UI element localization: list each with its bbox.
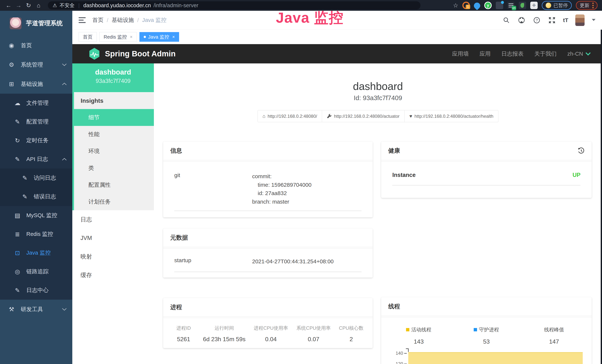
text-size-icon[interactable]: tT — [563, 17, 568, 23]
reload-icon[interactable]: ↻ — [24, 1, 33, 10]
tab-redis-monitor[interactable]: Redis 监控 × — [99, 32, 137, 42]
svg-text:?: ? — [536, 18, 538, 22]
daemon-threads-value: 53 — [452, 338, 520, 345]
back-icon[interactable]: ← — [4, 1, 13, 10]
bookmark-star-icon[interactable]: ☆ — [453, 2, 458, 9]
sba-item-scheduled-tasks[interactable]: 计划任务 — [74, 193, 154, 210]
sba-item-jvm[interactable]: JVM — [72, 229, 154, 247]
close-icon[interactable]: × — [172, 34, 175, 40]
paused-label: 已暂停 — [553, 2, 568, 9]
dashboard-icon: ◉ — [7, 42, 16, 49]
sidebar-item-error-log[interactable]: ✎ 错误日志 — [0, 187, 72, 206]
extension-grid-icon[interactable] — [496, 2, 503, 9]
actuator-url-button[interactable]: http://192.168.0.2:48080/actuator — [322, 110, 405, 122]
y-axis: 140 120 100 — [393, 351, 408, 364]
legend-live-threads[interactable]: 活动线程 — [385, 326, 452, 333]
sidebar-item-files[interactable]: ☁ 文件管理 — [0, 94, 72, 112]
instance-id: 93a3fc7f7409 — [72, 78, 154, 84]
sba-nav-journal[interactable]: 日志报表 — [501, 50, 524, 58]
sba-item-config-props[interactable]: 配置属性 — [74, 177, 154, 193]
service-url-button[interactable]: ⌂ http://192.168.0.2:48080/ — [258, 110, 322, 122]
sidebar-item-redis-monitor[interactable]: ≣ Redis 监控 — [0, 225, 72, 244]
browser-menu-icon[interactable] — [592, 3, 594, 8]
breadcrumb-infra[interactable]: 基础设施 — [112, 16, 134, 24]
hamburger-icon[interactable] — [79, 17, 86, 23]
browser-update-button[interactable]: 更新 — [576, 1, 598, 10]
chevron-down-icon — [62, 308, 67, 311]
extension-y-icon[interactable]: y — [484, 2, 492, 9]
fullscreen-icon[interactable] — [548, 16, 556, 24]
close-icon[interactable]: × — [130, 34, 133, 40]
legend-daemon-threads[interactable]: 守护进程 — [452, 326, 520, 333]
history-icon[interactable] — [578, 147, 585, 154]
extension-pin-icon[interactable] — [473, 1, 482, 10]
eye-icon: ◎ — [13, 268, 22, 275]
screenshot-root: ← → ↻ ⌂ ⚠ 不安全 | dashboard.yudao.iocoder.… — [0, 0, 602, 364]
sidebar-item-access-log[interactable]: ✎ 访问日志 — [0, 169, 72, 187]
github-icon[interactable] — [517, 16, 526, 24]
extension-leaf-icon[interactable] — [519, 2, 526, 9]
tab-java-monitor[interactable]: Java 监控 × — [140, 32, 179, 42]
infra-submenu: ☁ 文件管理 ✎ 配置管理 ↻ 定时任务 ✎ API 日志 ✎ 访问日志 — [0, 94, 72, 300]
locale-select[interactable]: zh-CN — [567, 51, 591, 57]
sba-brand[interactable]: Spring Boot Admin — [89, 47, 176, 60]
metadata-value: 2021-04-27T00:44:31.254+08:00 — [252, 257, 334, 266]
live-threads-area — [408, 352, 583, 364]
table-icon: ▤ — [13, 212, 22, 219]
sba-item-classes[interactable]: 类 — [74, 160, 154, 177]
extensions-puzzle-icon[interactable]: ✚ — [530, 2, 538, 9]
sba-item-caches[interactable]: 缓存 — [72, 266, 154, 284]
paused-profile-pill[interactable]: 已暂停 — [542, 1, 572, 10]
sidebar-item-home[interactable]: ◉ 首页 — [0, 36, 72, 55]
metadata-card: 元数据 startup 2021-04-27T00:44:31.254+08:0… — [163, 228, 373, 278]
security-label[interactable]: 不安全 — [60, 2, 75, 9]
page-scrollbar[interactable] — [601, 30, 602, 364]
breadcrumb-home[interactable]: 首页 — [92, 16, 103, 24]
sidebar-item-system[interactable]: ⚙ 系统管理 — [0, 55, 72, 74]
extension-colorzilla-icon[interactable]: 1 — [462, 2, 470, 9]
sba-nav-about[interactable]: 关于我们 — [534, 50, 557, 58]
system-cpu-value: 0.07 — [292, 336, 335, 343]
sba-item-mappings[interactable]: 映射 — [72, 247, 154, 266]
health-url-button[interactable]: ♥ http://192.168.0.2:48080/actuator/heal… — [404, 110, 498, 122]
sidebar-item-dev-tools[interactable]: ⚒ 研发工具 — [0, 300, 72, 319]
sidebar-item-infra[interactable]: ⊞ 基础设施 — [0, 74, 72, 94]
help-icon[interactable]: ? — [533, 16, 541, 24]
sba-instance-header[interactable]: dashboard 93a3fc7f7409 — [72, 64, 154, 92]
sidebar-item-config[interactable]: ✎ 配置管理 — [0, 112, 72, 131]
database-icon: ≣ — [13, 231, 22, 238]
uptime-value: 6d 23h 15m 59s — [199, 336, 250, 343]
forward-icon[interactable]: → — [14, 1, 23, 10]
address-bar[interactable]: ⚠ 不安全 | dashboard.yudao.iocoder.cn/infra… — [48, 1, 420, 10]
sidebar-item-java-monitor[interactable]: ⊡ Java 监控 — [0, 244, 72, 262]
threads-card-title: 线程 — [381, 297, 592, 316]
sba-navbar: Spring Boot Admin 应用墙 应用 日志报表 关于我们 zh-CN — [72, 44, 602, 64]
search-icon[interactable] — [502, 16, 510, 24]
sba-nav-wallboard[interactable]: 应用墙 — [452, 50, 469, 58]
sba-item-logs[interactable]: 日志 — [72, 210, 154, 229]
sidebar-item-log-center[interactable]: ✎ 日志中心 — [0, 281, 72, 300]
tags-view-bar: 首页 Redis 监控 × Java 监控 × — [72, 30, 602, 44]
home-icon[interactable]: ⌂ — [34, 1, 43, 10]
chevron-down-icon — [62, 63, 67, 66]
active-dot-icon — [144, 36, 146, 38]
user-caret-icon[interactable] — [592, 19, 596, 22]
annotation-java-monitor: Java 监控 — [276, 8, 344, 28]
sba-item-metrics[interactable]: 性能 — [74, 126, 154, 143]
app-title: 芋道管理系统 — [26, 19, 63, 27]
admin-sidebar: 芋道管理系统 ◉ 首页 ⚙ 系统管理 ⊞ 基础设施 ☁ 文件管理 — [0, 11, 72, 364]
sidebar-item-api-log[interactable]: ✎ API 日志 — [0, 150, 72, 169]
sba-item-details[interactable]: 细节 — [74, 109, 154, 126]
app-logo-row[interactable]: 芋道管理系统 — [0, 11, 72, 36]
sba-nav-applications[interactable]: 应用 — [479, 50, 491, 58]
sidebar-item-mysql-monitor[interactable]: ▤ MySQL 监控 — [0, 206, 72, 225]
tab-home[interactable]: 首页 — [79, 32, 97, 42]
instance-name: dashboard — [72, 68, 154, 76]
sidebar-item-tracing[interactable]: ◎ 链路追踪 — [0, 262, 72, 281]
extension-switch-icon[interactable]: on — [507, 2, 515, 9]
sidebar-item-scheduler[interactable]: ↻ 定时任务 — [0, 131, 72, 150]
user-avatar[interactable] — [575, 14, 585, 26]
peak-threads-value: 147 — [520, 338, 588, 345]
sba-item-environment[interactable]: 环境 — [74, 143, 154, 160]
info-key: git — [174, 172, 252, 206]
